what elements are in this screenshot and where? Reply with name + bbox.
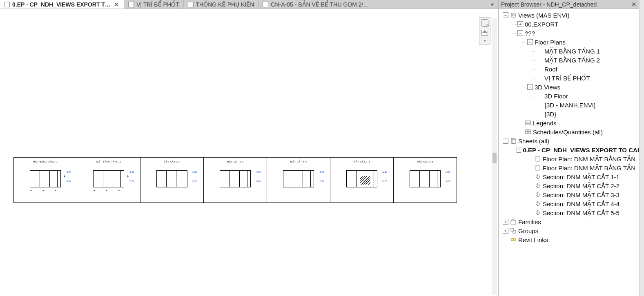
tree-item[interactable]: {3D} [500,109,639,118]
chevron-down-icon[interactable]: ▾ [484,39,486,43]
tree-item-label: 3D Views [535,83,560,91]
view-tabs-bar: 0.EP - CP_NDH_VIEWS EXPORT T…✕VỊ TRÍ BỂ … [0,0,498,9]
tree-item-label: Section: DNM MẶT CẮT 3-3 [543,191,619,199]
tree-item[interactable]: Legends [500,118,639,127]
thumb-drawing: +3.60±0.00 [216,167,255,191]
tree-item[interactable]: {3D - MANH.ENVI} [500,100,639,109]
view-tab[interactable]: VỊ TRÍ BỂ PHỐT [124,0,184,9]
sheet-icon [128,2,134,7]
close-icon[interactable]: ✕ [631,1,637,8]
tree-item-label: Section: DNM MẶT CẮT 5-5 [543,209,619,217]
tree-item[interactable]: Section: DNM MẶT CẮT 4-4 [500,199,639,208]
placed-view-thumb[interactable]: MẶT BẰNG TẦNG 2+3.60±0.00 [77,157,140,203]
twisty-spacer [527,183,533,189]
drawing-canvas[interactable]: MẶT BẰNG TẦNG 1+3.60±0.00MẶT BẰNG TẦNG 2… [0,9,498,296]
tree-item[interactable]: +Groups [500,226,639,235]
section-icon [535,209,541,216]
view-tab[interactable]: 0.EP - CP_NDH_VIEWS EXPORT T…✕ [0,0,124,9]
collapse-icon[interactable]: − [517,147,521,153]
collapse-icon[interactable]: − [527,39,533,45]
tree-item[interactable]: 3D Floor [500,91,639,100]
tree-item-label: {3D - MANH.ENVI} [544,101,596,109]
link-icon [510,236,517,243]
vertical-scrollbar[interactable] [492,18,497,295]
tree-item-label: 0.EP - CP_NDH_VIEWS EXPORT TO CAI [523,146,639,154]
placed-view-thumb[interactable]: MẶT BẰNG TẦNG 1+3.60±0.00 [13,157,77,203]
svg-rect-18 [511,221,516,224]
twisty-spacer [503,237,508,243]
sched-icon [525,129,531,135]
expand-icon[interactable]: + [517,21,523,27]
tree-item[interactable]: −Sheets (all) [500,136,639,145]
scrollbar-thumb[interactable] [492,153,497,163]
tabs-overflow-icon[interactable]: ▼ [487,2,498,7]
twisty-spacer [537,93,543,99]
legend-icon [525,120,531,126]
thumb-title: MẶT CẮT 5-5 [417,160,434,163]
tree-item[interactable]: Section: DNM MẶT CẮT 1-1 [500,172,639,181]
close-icon[interactable]: ✕ [113,1,120,8]
svg-rect-0 [511,13,515,17]
thumb-drawing: +3.60±0.00 [89,167,128,191]
tree-item-label: Schedules/Quantities (all) [533,128,603,136]
view-controls: ▾ [479,17,490,45]
collapse-icon[interactable]: − [517,30,523,36]
placed-view-thumb[interactable]: MẶT CẮT 3-3+3.60±0.00 [203,157,267,203]
tree-item[interactable]: Roof [500,65,639,73]
tree-item-label: Floor Plan: DNM MẶT BẰNG TẦN [543,155,635,163]
view-tab[interactable]: THỐNG KÊ PHỤ KIỆN [184,0,259,9]
expand-icon[interactable]: + [503,219,508,225]
tree-item-label: 00.EXPORT [525,20,558,28]
project-browser-tree[interactable]: −Views (MAS ENVI)+00.EXPORT−???−Floor Pl… [499,9,639,296]
tree-item[interactable]: −Floor Plans [500,38,639,47]
thumb-title: MẶT CẮT 1-1 [354,160,370,163]
placed-view-thumb[interactable]: MẶT CẮT 2-2+3.60±0.00 [140,157,204,203]
tree-item[interactable]: Section: DNM MẶT CẮT 3-3 [500,190,639,199]
tree-item-label: Section: DNM MẶT CẮT 4-4 [543,200,619,208]
expand-icon[interactable]: + [503,228,508,234]
svg-rect-2 [526,121,530,125]
tree-item[interactable]: Section: DNM MẶT CẮT 2-2 [500,181,639,190]
tree-item[interactable]: MẶT BẰNG TẦNG 2 [500,56,639,65]
tree-item-label: 3D Floor [544,92,568,100]
tree-item[interactable]: −3D Views [500,82,639,91]
tree-item[interactable]: +Families [500,217,639,226]
placed-view-thumb[interactable]: MẶT CẮT 5-5+3.60±0.00 [393,157,457,203]
tree-item-label: Floor Plan: DNM MẶT BẰNG TẦN [543,164,635,172]
navigation-home-icon[interactable] [481,30,488,36]
sheet-icon [263,2,268,7]
thumb-title: MẶT CẮT 2-2 [164,160,180,163]
tree-item-label: Section: DNM MẶT CẮT 1-1 [543,173,619,181]
tree-item[interactable]: +00.EXPORT [500,20,639,29]
tree-item[interactable]: Schedules/Quantities (all) [500,127,639,136]
thumb-title: MẶT CẮT 3-3 [227,160,244,163]
view-tab[interactable]: CN-A-05 - BẢN VẼ BỂ THU GOM 2/… [258,0,373,9]
twisty-spacer [527,165,533,171]
tree-item-label: Roof [544,65,557,73]
tree-item[interactable]: Revit Links [500,235,639,244]
collapse-icon[interactable]: − [503,138,508,144]
tree-item[interactable]: Floor Plan: DNM MẶT BẰNG TẦN [500,163,639,172]
project-browser-header[interactable]: Project Browser - NDH_CP_detached ✕ [499,0,639,9]
tree-item[interactable]: −??? [500,29,639,38]
tree-item-label: Views (MAS ENVI) [518,11,570,19]
twisty-spacer [527,174,533,180]
thumb-title: MẶT BẰNG TẦNG 2 [96,160,121,163]
tree-item[interactable]: Floor Plan: DNM MẶT BẰNG TẦN [500,154,639,163]
collapse-icon[interactable]: − [503,12,508,18]
grp-icon [510,227,517,234]
tree-item[interactable]: Section: DNM MẶT CẮT 5-5 [500,208,639,217]
placed-view-thumb[interactable]: MẶT CẮT 4-4+3.60±0.00 [267,157,330,203]
twisty-spacer [537,75,543,81]
twisty-spacer [537,66,543,72]
twisty-spacer [537,48,543,54]
viewcube-icon[interactable] [481,19,488,27]
tree-item-label: Floor Plans [535,38,566,46]
tree-item[interactable]: −Views (MAS ENVI) [500,11,639,20]
placed-view-thumb[interactable]: MẶT CẮT 1-1+3.60±0.00 [330,157,394,203]
twisty-spacer [517,129,523,135]
tree-item[interactable]: −0.EP - CP_NDH_VIEWS EXPORT TO CAI [500,145,639,154]
collapse-icon[interactable]: − [527,84,533,90]
tree-item[interactable]: VỊ TRÍ BỂ PHỐT [500,73,639,82]
tree-item[interactable]: MẶT BẰNG TẦNG 1 [500,47,639,56]
